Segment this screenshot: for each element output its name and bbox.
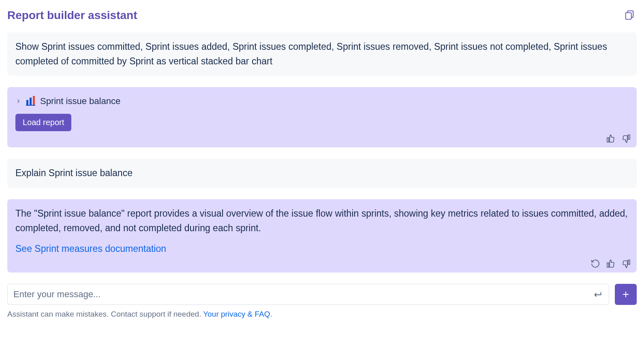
user-message: Show Sprint issues committed, Sprint iss…	[7, 32, 637, 76]
privacy-faq-link[interactable]: Your privacy & FAQ	[203, 310, 270, 318]
load-report-button[interactable]: Load report	[15, 114, 71, 131]
thumbs-down-icon[interactable]	[621, 259, 631, 268]
send-button[interactable]	[615, 284, 637, 305]
documentation-link[interactable]: See Sprint measures documentation	[15, 242, 166, 256]
user-message: Explain Sprint issue balance	[7, 159, 637, 188]
footer-suffix: .	[270, 310, 272, 318]
clipboard-icon[interactable]	[622, 7, 637, 23]
assistant-message: Sprint issue balance Load report	[7, 87, 637, 147]
footer-text: Assistant can make mistakes. Contact sup…	[7, 310, 203, 318]
enter-icon	[593, 289, 603, 300]
assistant-text: The "Sprint issue balance" report provid…	[15, 207, 629, 235]
message-input-container[interactable]	[7, 284, 609, 305]
thumbs-up-icon[interactable]	[606, 259, 616, 268]
assistant-message: The "Sprint issue balance" report provid…	[7, 199, 637, 273]
svg-rect-1	[626, 13, 631, 19]
thumbs-up-icon[interactable]	[606, 134, 616, 143]
message-input[interactable]	[13, 284, 593, 305]
report-title: Sprint issue balance	[40, 94, 120, 108]
chevron-right-icon[interactable]	[15, 98, 21, 104]
footer-note: Assistant can make mistakes. Contact sup…	[7, 310, 637, 319]
page-title: Report builder assistant	[7, 9, 137, 22]
bar-chart-icon	[26, 97, 35, 106]
thumbs-down-icon[interactable]	[621, 134, 631, 143]
retry-icon[interactable]	[591, 259, 600, 268]
